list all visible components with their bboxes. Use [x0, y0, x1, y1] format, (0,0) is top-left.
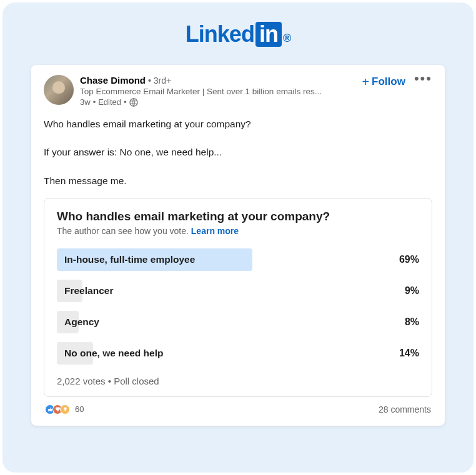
- follow-label: Follow: [372, 76, 405, 88]
- svg-rect-2: [64, 410, 66, 411]
- reaction-count: 60: [75, 404, 84, 414]
- social-row: 60 28 comments: [44, 404, 432, 414]
- logo-text-in: in: [255, 22, 282, 47]
- post-card: Chase Dimond • 3rd+ Top Ecommerce Email …: [31, 65, 445, 426]
- linkedin-logo: Linkedin®: [186, 21, 290, 47]
- post-paragraph-2: If your answer is: No one, we need help.…: [44, 145, 432, 159]
- post-header: Chase Dimond • 3rd+ Top Ecommerce Email …: [44, 75, 432, 107]
- more-button[interactable]: •••: [414, 75, 432, 88]
- poll-option-label: Freelancer: [57, 285, 405, 296]
- learn-more-link[interactable]: Learn more: [191, 226, 239, 236]
- author-degree: • 3rd+: [148, 76, 171, 86]
- poll-option[interactable]: In-house, full-time employee69%: [57, 248, 419, 271]
- avatar[interactable]: [44, 75, 74, 105]
- poll-option-percent: 14%: [399, 348, 419, 359]
- poll-option[interactable]: Freelancer9%: [57, 280, 419, 302]
- author-tagline: Top Ecommerce Email Marketer | Sent over…: [80, 87, 342, 96]
- logo-text-left: Linked: [186, 21, 254, 47]
- poll-option[interactable]: No one, we need help14%: [57, 342, 419, 365]
- poll-option-percent: 69%: [399, 254, 419, 265]
- author-name[interactable]: Chase Dimond: [80, 75, 146, 86]
- poll-note: The author can see how you vote. Learn m…: [57, 226, 419, 236]
- svg-point-1: [64, 407, 67, 410]
- poll-option-label: No one, we need help: [57, 348, 399, 359]
- reactions[interactable]: 60: [45, 404, 84, 414]
- post-edited: Edited: [98, 97, 121, 107]
- post-body: Who handles email marketing at your comp…: [44, 117, 432, 188]
- poll-option-label: In-house, full-time employee: [57, 254, 399, 265]
- globe-icon: [129, 98, 138, 107]
- post-paragraph-3: Then message me.: [44, 174, 432, 188]
- svg-point-0: [130, 98, 137, 105]
- poll-option[interactable]: Agency8%: [57, 311, 419, 333]
- bulb-icon: [60, 404, 70, 414]
- comments-link[interactable]: 28 comments: [379, 404, 431, 414]
- plus-icon: +: [362, 76, 369, 88]
- logo-dot: ®: [283, 32, 290, 45]
- poll-option-label: Agency: [57, 316, 405, 328]
- poll-card: Who handles email marketing at your comp…: [44, 198, 432, 397]
- poll-title: Who handles email marketing at your comp…: [57, 210, 419, 223]
- poll-footer: 2,022 votes • Poll closed: [57, 376, 419, 386]
- poll-option-percent: 8%: [405, 316, 419, 328]
- post-time-row: 3w • Edited •: [80, 97, 432, 107]
- poll-option-percent: 9%: [405, 285, 419, 296]
- follow-button[interactable]: + Follow: [362, 76, 405, 88]
- post-paragraph-1: Who handles email marketing at your comp…: [44, 117, 432, 131]
- post-time: 3w: [80, 97, 91, 107]
